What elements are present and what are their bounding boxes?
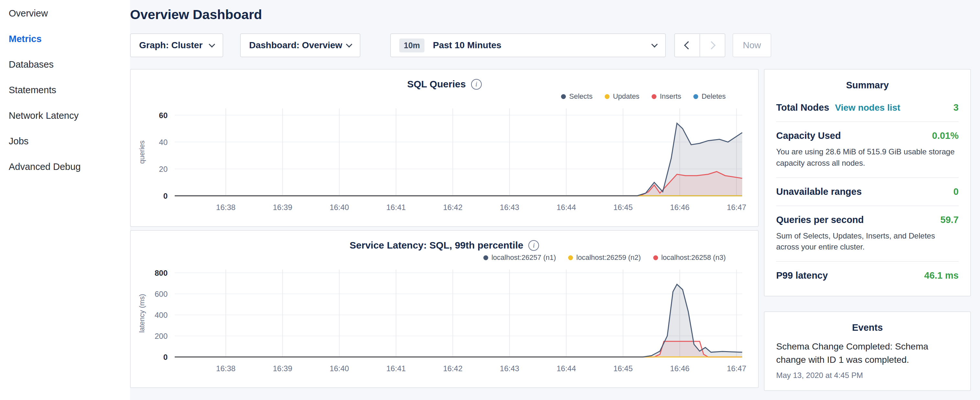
- legend-item: localhost:26258 (n3): [653, 253, 726, 262]
- svg-text:latency (ms): latency (ms): [138, 294, 146, 333]
- svg-text:16:45: 16:45: [613, 203, 633, 212]
- summary-row-label: Capacity Used: [776, 131, 841, 141]
- sidebar-item-network-latency[interactable]: Network Latency: [0, 103, 130, 129]
- sidebar-item-metrics[interactable]: Metrics: [0, 26, 130, 52]
- svg-text:16:45: 16:45: [613, 364, 633, 373]
- chevron-left-icon: [684, 41, 692, 49]
- svg-text:60: 60: [159, 111, 168, 120]
- svg-text:16:47: 16:47: [727, 364, 746, 373]
- svg-text:16:43: 16:43: [500, 203, 519, 212]
- svg-text:16:42: 16:42: [443, 364, 462, 373]
- graph-dropdown-label: Graph: Cluster: [139, 40, 202, 51]
- summary-row-label: Queries per second: [776, 215, 864, 225]
- summary-row-description: You are using 28.6 MiB of 515.9 GiB usab…: [776, 146, 959, 169]
- summary-row-value: 0.01%: [932, 131, 959, 141]
- chart-title: Service Latency: SQL, 99th percentile: [350, 240, 523, 251]
- summary-panel: Summary Total Nodes View nodes list 3 Ca…: [764, 69, 971, 296]
- legend-dot-icon: [694, 94, 698, 99]
- summary-row-label: Total Nodes: [776, 102, 829, 113]
- svg-text:16:38: 16:38: [216, 364, 235, 373]
- svg-text:16:44: 16:44: [557, 203, 576, 212]
- page: Overview Metrics Databases Statements Ne…: [0, 0, 980, 400]
- controls-bar: Graph: Cluster Dashboard: Overview 10m P…: [130, 33, 971, 57]
- sidebar-item-advanced-debug[interactable]: Advanced Debug: [0, 154, 130, 180]
- svg-text:40: 40: [159, 138, 168, 147]
- summary-row-value: 0: [953, 186, 959, 197]
- summary-row-capacity-used: Capacity Used 0.01% You are using 28.6 M…: [776, 122, 959, 178]
- graph-dropdown[interactable]: Graph: Cluster: [130, 33, 223, 57]
- summary-row-value: 3: [953, 102, 959, 113]
- summary-row-total-nodes: Total Nodes View nodes list 3: [776, 94, 959, 122]
- legend-item: Selects: [561, 92, 592, 100]
- svg-text:16:41: 16:41: [386, 203, 406, 212]
- chart-legend: localhost:26257 (n1)localhost:26259 (n2)…: [131, 253, 726, 262]
- summary-panel-title: Summary: [776, 80, 959, 91]
- summary-row-description: Sum of Selects, Updates, Inserts, and De…: [776, 230, 959, 253]
- info-icon[interactable]: i: [528, 240, 539, 251]
- time-shortcut-badge: 10m: [399, 38, 425, 53]
- summary-row-label: P99 latency: [776, 270, 828, 281]
- svg-text:16:46: 16:46: [670, 364, 689, 373]
- prev-time-button[interactable]: [674, 33, 700, 57]
- legend-dot-icon: [653, 255, 658, 260]
- sidebar-item-statements[interactable]: Statements: [0, 77, 130, 103]
- chart-header: Service Latency: SQL, 99th percentile i: [131, 240, 758, 251]
- legend-dot-icon: [605, 94, 609, 99]
- svg-text:16:46: 16:46: [670, 203, 689, 212]
- now-button[interactable]: Now: [732, 33, 771, 57]
- svg-text:16:39: 16:39: [273, 203, 292, 212]
- legend-item: localhost:26257 (n1): [484, 253, 556, 262]
- sidebar-item-overview[interactable]: Overview: [0, 1, 130, 26]
- event-item: Schema Change Completed: Schema change w…: [776, 340, 959, 380]
- summary-row-p99-latency: P99 latency 46.1 ms: [776, 262, 959, 285]
- svg-text:600: 600: [155, 290, 168, 298]
- svg-text:16:41: 16:41: [386, 364, 406, 373]
- legend-item: localhost:26259 (n2): [568, 253, 641, 262]
- dashboard-dropdown-label: Dashboard: Overview: [249, 40, 342, 51]
- svg-text:0: 0: [163, 191, 168, 200]
- sidebar-item-databases[interactable]: Databases: [0, 52, 130, 77]
- svg-text:16:40: 16:40: [330, 364, 349, 373]
- nodes-list-link[interactable]: View nodes list: [835, 103, 900, 113]
- summary-row-label: Unavailable ranges: [776, 186, 862, 197]
- events-panel: Events Schema Change Completed: Schema c…: [764, 311, 971, 391]
- summary-row-queries-per-second: Queries per second 59.7 Sum of Selects, …: [776, 206, 959, 262]
- svg-text:400: 400: [155, 311, 168, 319]
- legend-item: Deletes: [694, 92, 726, 100]
- legend-dot-icon: [484, 255, 488, 260]
- next-time-button[interactable]: [700, 33, 725, 57]
- svg-text:16:47: 16:47: [727, 203, 746, 212]
- event-timestamp: May 13, 2020 at 4:45 PM: [776, 371, 959, 380]
- svg-text:800: 800: [155, 269, 168, 277]
- chart-card-service-latency: Service Latency: SQL, 99th percentile i …: [130, 230, 759, 388]
- chart-card-sql-queries: SQL Queries i SelectsUpdatesInsertsDelet…: [130, 69, 759, 227]
- chart-canvas: 16:3816:3916:4016:4116:4216:4316:4416:45…: [131, 106, 758, 218]
- sidebar: Overview Metrics Databases Statements Ne…: [0, 0, 130, 400]
- svg-text:16:40: 16:40: [330, 203, 349, 212]
- legend-item: Inserts: [652, 92, 681, 100]
- chevron-down-icon: [651, 41, 658, 48]
- svg-text:16:43: 16:43: [500, 364, 519, 373]
- info-icon[interactable]: i: [471, 79, 482, 90]
- right-column: Summary Total Nodes View nodes list 3 Ca…: [764, 69, 971, 391]
- time-range-picker[interactable]: 10m Past 10 Minutes: [390, 33, 666, 57]
- svg-text:16:38: 16:38: [216, 203, 235, 212]
- summary-row-unavailable-ranges: Unavailable ranges 0: [776, 178, 959, 206]
- sidebar-item-jobs[interactable]: Jobs: [0, 129, 130, 154]
- event-text: Schema Change Completed: Schema change w…: [776, 340, 959, 367]
- dashboard-content: SQL Queries i SelectsUpdatesInsertsDelet…: [130, 69, 971, 391]
- main-content: Overview Dashboard Graph: Cluster Dashbo…: [130, 0, 980, 400]
- legend-dot-icon: [561, 94, 566, 99]
- dashboard-dropdown[interactable]: Dashboard: Overview: [240, 33, 360, 57]
- svg-text:16:39: 16:39: [273, 364, 292, 373]
- events-panel-title: Events: [776, 322, 959, 333]
- summary-row-value: 46.1 ms: [924, 270, 959, 281]
- summary-row-value: 59.7: [940, 215, 959, 225]
- chart-legend: SelectsUpdatesInsertsDeletes: [131, 92, 726, 100]
- chart-canvas: 16:3816:3916:4016:4116:4216:4316:4416:45…: [131, 267, 758, 379]
- charts-column: SQL Queries i SelectsUpdatesInsertsDelet…: [130, 69, 759, 388]
- svg-text:16:44: 16:44: [557, 364, 576, 373]
- chevron-right-icon: [707, 41, 715, 49]
- svg-text:0: 0: [163, 353, 168, 362]
- time-range-label: Past 10 Minutes: [433, 40, 501, 51]
